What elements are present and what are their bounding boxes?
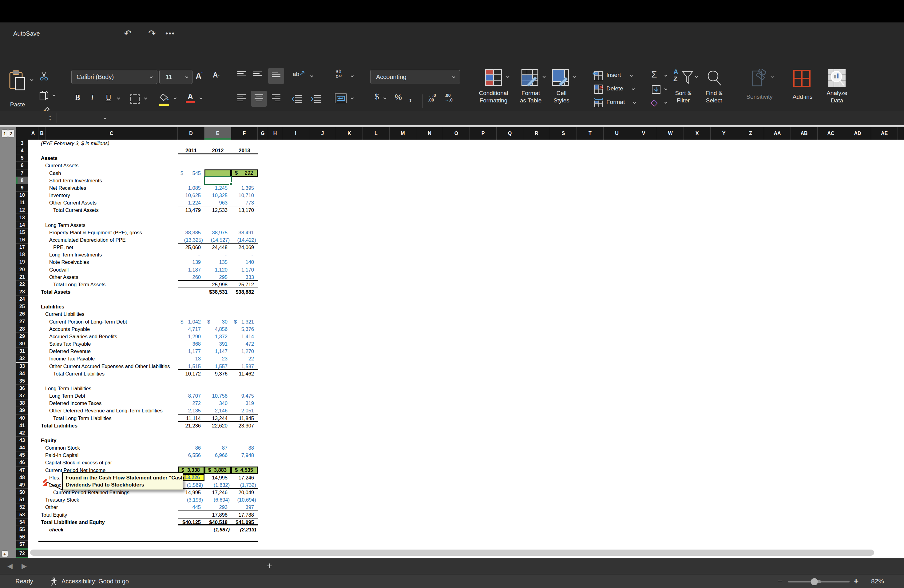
cell-E16[interactable]: (14,527) — [204, 236, 231, 243]
cell-E44[interactable]: 87 — [204, 444, 231, 452]
fill-color-chevron[interactable] — [174, 96, 177, 100]
analyze-data-icon[interactable] — [827, 68, 847, 90]
horizontal-scrollbar[interactable] — [30, 550, 874, 556]
row-header-25[interactable]: 25 — [16, 303, 28, 310]
cell-E34[interactable]: 9,376 — [204, 370, 231, 377]
row-header-11[interactable]: 11 — [16, 199, 28, 206]
more-commands-icon[interactable]: ••• — [166, 22, 175, 44]
delete-cells-icon[interactable] — [592, 84, 603, 96]
cell-F47[interactable]: $4,535 — [231, 466, 258, 474]
row-header-6[interactable]: 6 — [16, 162, 28, 169]
row-label-18[interactable]: Long Term Investments — [49, 251, 102, 258]
row-label-40[interactable]: Total Long Term Liabilities — [53, 414, 112, 422]
cell-D39[interactable]: 2,135 — [178, 407, 204, 414]
outline-level-2-button[interactable]: 2 — [8, 130, 14, 138]
delete-label[interactable]: Delete — [606, 85, 623, 92]
cell-E51[interactable]: (6,694) — [204, 496, 231, 503]
paste-chevron[interactable] — [30, 78, 33, 81]
cell-E7[interactable] — [204, 169, 231, 177]
cell-D41[interactable]: 21,236 — [178, 422, 204, 429]
merge-center-chevron[interactable] — [351, 96, 354, 100]
row-label-46[interactable]: Capital Stock in excess of par — [45, 459, 112, 466]
cell-F32[interactable]: 22 — [231, 355, 258, 362]
row-header-38[interactable]: 38 — [16, 400, 28, 407]
row-header-48[interactable]: 48 — [16, 474, 28, 481]
name-box-spinner[interactable]: ▲▼ — [49, 114, 52, 121]
row-header-12[interactable]: 12 — [16, 206, 28, 214]
row-label-32[interactable]: Income Tax Payable — [49, 355, 95, 362]
row-label-31[interactable]: Deferred Revenue — [49, 348, 91, 355]
cell-D52[interactable]: 445 — [178, 503, 204, 511]
row-header-18[interactable]: 18 — [16, 251, 28, 258]
cell-F15[interactable]: 38,491 — [231, 229, 258, 236]
column-header-C[interactable]: C — [46, 127, 178, 140]
cell-E30[interactable]: 391 — [204, 340, 231, 348]
row-label-53[interactable]: Total Equity — [41, 511, 67, 518]
column-header-R[interactable]: R — [523, 127, 550, 140]
font-name-select[interactable]: Calibri (Body) — [71, 70, 157, 84]
cell-E22[interactable]: 25,998 — [204, 281, 231, 288]
cell-D46[interactable]: - — [178, 459, 204, 466]
row-header-52[interactable]: 52 — [16, 503, 28, 511]
row-header-53[interactable]: 53 — [16, 511, 28, 518]
row-label-54[interactable]: Total Liabilities and Equity — [41, 518, 105, 526]
row-header-30[interactable]: 30 — [16, 340, 28, 348]
cell-F34[interactable]: 11,462 — [231, 370, 258, 377]
sheet-nav-left-icon[interactable]: ◀ — [7, 558, 13, 574]
cell-F29[interactable]: 1,414 — [231, 333, 258, 340]
row-header-72[interactable]: 72 — [16, 550, 28, 557]
align-center-icon[interactable] — [254, 95, 263, 101]
outline-expand-button[interactable]: + — [2, 550, 8, 557]
row-header-37[interactable]: 37 — [16, 392, 28, 400]
column-header-E[interactable]: E — [204, 127, 231, 140]
increase-font-icon[interactable]: Aˆ — [196, 71, 203, 81]
cell-E45[interactable]: 6,966 — [204, 452, 231, 459]
cell-D12[interactable]: 13,479 — [178, 206, 204, 214]
column-header-A[interactable]: A — [28, 127, 38, 140]
format-label[interactable]: Format — [606, 99, 625, 106]
cell-D8[interactable]: - — [178, 177, 204, 184]
cell-F12[interactable]: 13,170 — [231, 206, 258, 214]
sheet-nav-right-icon[interactable]: ▶ — [22, 558, 27, 574]
cell-E38[interactable]: 340 — [204, 400, 231, 407]
column-header-AC[interactable]: AC — [818, 127, 844, 140]
column-header-M[interactable]: M — [390, 127, 416, 140]
cell-D19[interactable]: 139 — [178, 258, 204, 266]
row-header-35[interactable]: 35 — [16, 377, 28, 385]
decrease-indent-icon[interactable] — [291, 95, 303, 105]
autosum-icon[interactable]: Σ — [651, 69, 657, 80]
decrease-decimal-icon[interactable]: ←.0.00 — [428, 93, 436, 103]
cell-F49[interactable]: (1,732) — [231, 481, 258, 488]
cell-F54[interactable]: $41,095 — [231, 518, 258, 526]
align-left-icon[interactable] — [237, 95, 246, 101]
row-label-30[interactable]: Sales Tax Payable — [49, 340, 91, 348]
addins-icon[interactable] — [793, 69, 811, 89]
cell-D34[interactable]: 10,172 — [178, 370, 204, 377]
cell-F50[interactable]: 20,049 — [231, 488, 258, 496]
row-label-8[interactable]: Short-term Investments — [49, 177, 102, 184]
row-label-6[interactable]: Current Assets — [45, 162, 78, 169]
column-header-X[interactable]: X — [684, 127, 711, 140]
borders-chevron[interactable] — [144, 96, 147, 100]
row-label-39[interactable]: Other Deferred Revenue and Long-Term Lia… — [49, 407, 163, 414]
sort-filter-icon[interactable]: A Z — [673, 69, 678, 83]
row-header-31[interactable]: 31 — [16, 348, 28, 355]
cell-E55[interactable]: (1,987) — [204, 526, 231, 533]
row-label-29[interactable]: Accrued Salaries and Benefits — [49, 333, 117, 340]
cell-D51[interactable]: (3,193) — [178, 496, 204, 503]
row-header-41[interactable]: 41 — [16, 422, 28, 429]
row-header-50[interactable]: 50 — [16, 488, 28, 496]
row-header-13[interactable]: 13 — [16, 214, 28, 221]
redo-icon[interactable]: ↷ — [148, 22, 156, 44]
column-header-B[interactable]: B — [38, 127, 46, 140]
row-header-7[interactable]: 7 — [16, 169, 28, 177]
cell-E29[interactable]: 1,372 — [204, 333, 231, 340]
row-label-20[interactable]: Goodwill — [49, 266, 69, 273]
column-header-Y[interactable]: Y — [711, 127, 737, 140]
row-header-28[interactable]: 28 — [16, 326, 28, 333]
row-label-33[interactable]: Other Current Accrued Expenses and Other… — [49, 363, 170, 370]
cell-F33[interactable]: 1,587 — [231, 363, 258, 370]
cell-E40[interactable]: 13,244 — [204, 414, 231, 422]
merge-center-icon[interactable] — [335, 93, 347, 105]
cell-E54[interactable]: $40,518 — [204, 518, 231, 526]
